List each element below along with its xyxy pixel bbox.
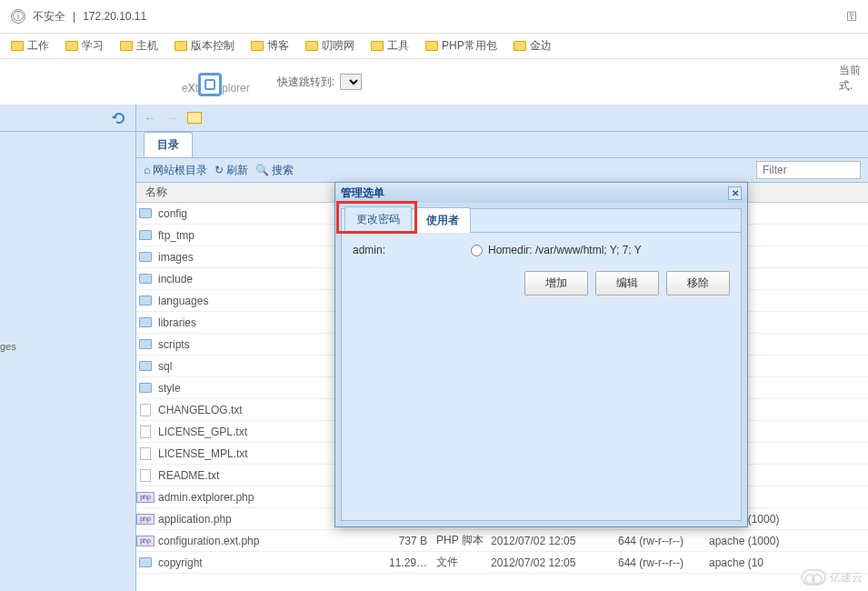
php-icon: php — [136, 536, 155, 546]
tab-row: 目录 — [136, 132, 868, 157]
refresh-icon[interactable] — [112, 111, 126, 125]
file-date: 2012/07/02 12:05 — [491, 556, 618, 569]
watermark-text: 亿速云 — [830, 570, 863, 586]
bookmark-item[interactable]: 金边 — [514, 38, 552, 54]
remove-button[interactable]: 移除 — [666, 271, 730, 296]
file-owner: apache (10 — [709, 556, 800, 569]
left-cut-text: ges — [0, 341, 16, 352]
bookmark-label: PHP常用包 — [442, 38, 497, 54]
tool-search-label: 搜索 — [272, 163, 294, 178]
file-row[interactable]: copyright11.29…文件2012/07/02 12:05644 (rw… — [136, 552, 868, 574]
tab-users[interactable]: 使用者 — [414, 207, 471, 233]
folder-icon — [251, 41, 264, 51]
tab-change-password[interactable]: 更改密码 — [344, 206, 412, 232]
tool-root[interactable]: ⌂网站根目录 — [144, 163, 207, 178]
left-header — [0, 105, 135, 132]
file-name: configuration.ext.php — [155, 535, 382, 547]
bookmark-label: 学习 — [82, 38, 104, 54]
folder-icon — [305, 41, 318, 51]
dialog-title-bar[interactable]: 管理选单 ✕ — [335, 183, 747, 203]
jump-label: 快速跳转到: — [277, 75, 334, 90]
dialog-tabs: 更改密码 使用者 — [342, 209, 741, 233]
edit-button[interactable]: 编辑 — [595, 271, 659, 296]
side-l1: 当前 — [839, 63, 861, 78]
folder-up-icon[interactable] — [187, 112, 202, 124]
tool-refresh[interactable]: ↻刷新 — [215, 163, 248, 178]
tool-refresh-label: 刷新 — [226, 163, 248, 178]
quick-jump: 快速跳转到: — [277, 74, 362, 90]
key-icon[interactable]: ⚿ — [846, 10, 857, 23]
url-text[interactable]: 172.20.10.11 — [83, 10, 146, 23]
folder-icon — [514, 41, 526, 51]
bookmark-item[interactable]: 工作 — [11, 38, 49, 54]
file-icon — [140, 447, 151, 460]
logo-plorer: plorer — [222, 82, 250, 95]
divider: | — [73, 10, 75, 23]
php-icon: php — [136, 492, 155, 503]
folder-icon — [371, 41, 384, 51]
bookmark-label: 博客 — [267, 38, 289, 54]
file-perm: 644 (rw-r--r--) — [618, 556, 709, 569]
bookmark-item[interactable]: 工具 — [371, 38, 409, 54]
nav-toolbar: ← → — [136, 105, 868, 132]
bookmark-item[interactable]: 博客 — [251, 38, 289, 54]
add-button[interactable]: 增加 — [524, 271, 588, 296]
col-name[interactable]: 名称 — [145, 185, 167, 200]
file-row[interactable]: phpconfiguration.ext.php737 BPHP 脚本2012/… — [136, 530, 868, 552]
insecure-label: 不安全 — [33, 9, 65, 25]
file-owner: apache (1000) — [709, 535, 800, 547]
tool-search[interactable]: 🔍搜索 — [255, 163, 294, 178]
watermark-icon — [801, 569, 826, 586]
header-row: eXtplorer 快速跳转到: 当前 式. — [0, 59, 868, 105]
bookmark-item[interactable]: 主机 — [120, 38, 158, 54]
side-l2: 式. — [839, 78, 861, 94]
folder-icon — [139, 208, 152, 218]
file-icon — [140, 426, 151, 438]
search-icon: 🔍 — [255, 164, 269, 176]
folder-icon — [120, 41, 133, 51]
folder-icon — [139, 339, 152, 349]
folder-icon — [175, 41, 187, 51]
home-icon: ⌂ — [144, 164, 150, 176]
dialog-title: 管理选单 — [341, 185, 384, 201]
admin-label: admin: — [353, 244, 471, 256]
bookmarks-bar: 工作学习主机版本控制博客叨唠网工具PHP常用包金边 — [0, 34, 868, 59]
bookmark-label: 工具 — [387, 38, 409, 54]
side-note: 当前 式. — [839, 63, 861, 94]
folder-icon — [139, 296, 152, 306]
close-icon[interactable]: ✕ — [728, 186, 742, 200]
file-type: 文件 — [436, 555, 491, 570]
watermark: 亿速云 — [801, 569, 863, 586]
bookmark-item[interactable]: 叨唠网 — [305, 38, 354, 54]
bookmark-item[interactable]: 版本控制 — [175, 38, 234, 54]
tool-root-label: 网站根目录 — [153, 163, 207, 178]
folder-icon — [139, 230, 152, 240]
forward-button[interactable]: → — [165, 111, 178, 125]
folder-icon — [139, 361, 152, 371]
dialog-body: 更改密码 使用者 admin: Homedir: /var/www/html; … — [335, 203, 747, 526]
file-icon — [140, 469, 151, 482]
admin-dialog: 管理选单 ✕ 更改密码 使用者 admin: Homedir: /var/www… — [334, 182, 748, 527]
info-icon[interactable]: ⓘ — [11, 9, 25, 24]
jump-select[interactable] — [340, 74, 362, 90]
folder-icon — [425, 41, 438, 51]
filter-input[interactable] — [756, 161, 861, 179]
tab-directory[interactable]: 目录 — [144, 132, 193, 157]
file-type: PHP 脚本 — [436, 533, 491, 548]
bookmark-label: 叨唠网 — [322, 38, 354, 54]
php-icon: php — [136, 514, 155, 525]
tool-row: ⌂网站根目录 ↻刷新 🔍搜索 — [136, 157, 868, 183]
bookmark-label: 主机 — [136, 38, 158, 54]
file-date: 2012/07/02 12:05 — [491, 535, 618, 547]
admin-radio[interactable] — [471, 245, 483, 256]
folder-icon — [65, 41, 78, 51]
logo-e: e — [182, 82, 188, 95]
folder-icon — [139, 317, 152, 327]
bookmark-item[interactable]: 学习 — [65, 38, 104, 54]
back-button[interactable]: ← — [144, 111, 156, 125]
folder-icon — [139, 383, 152, 393]
file-size: 737 B — [382, 535, 436, 547]
left-panel: ges — [0, 105, 136, 591]
bookmark-item[interactable]: PHP常用包 — [425, 38, 497, 54]
admin-row[interactable]: admin: Homedir: /var/www/html; Y; 7; Y — [353, 244, 730, 256]
